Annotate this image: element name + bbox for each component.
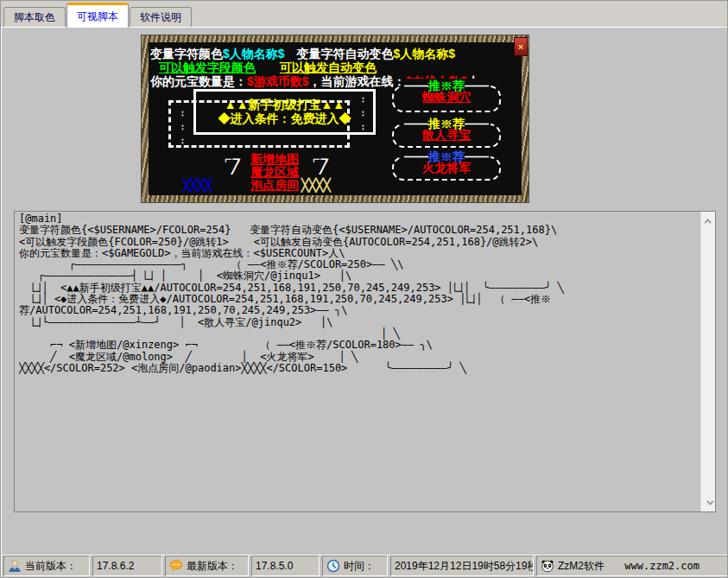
tab-script-color[interactable]: 脚本取色 xyxy=(3,7,66,28)
hook-mark: ⌐¬╱ xyxy=(225,155,240,170)
latest-version-cell: 最新版本： xyxy=(165,556,249,576)
idle-room-link[interactable]: 泡点房间 xyxy=(250,179,299,192)
new-map-link[interactable]: 新增地图 xyxy=(250,153,299,166)
tab-visual-script[interactable]: 可视脚本 xyxy=(66,3,129,28)
right-x-marks: ╳╳╳╳ xyxy=(301,179,331,192)
newbie-dungeon-title: ▲▲新手初级打宝▲▲ xyxy=(225,98,345,111)
treasure-hunt-button[interactable]: ——推※荐—— 散人寻宝 xyxy=(392,124,501,148)
brand-cell: ZzM2软件 www.zzm2.com xyxy=(536,556,728,576)
newbie-dungeon-button[interactable]: ▲▲新手初级打宝▲▲ ◆进入条件：免费进入◆ xyxy=(193,98,376,125)
hook-mark: ⌐¬╱ xyxy=(313,155,328,170)
dragon-area-link[interactable]: 魔龙区域 xyxy=(250,166,299,179)
scroll-down-icon[interactable] xyxy=(701,495,716,510)
current-version-cell: 当前版本： xyxy=(3,556,90,576)
brand-label: ZzM2软件 xyxy=(558,559,605,574)
scrollbar[interactable] xyxy=(700,212,715,511)
current-version-label: 当前版本： xyxy=(25,559,77,574)
latest-version-label: 最新版本： xyxy=(187,559,238,574)
username-var-yellow: $人物名称$ xyxy=(394,47,456,60)
trigger-field-color-link[interactable]: 可以触发字段颜色 xyxy=(159,61,256,74)
trigger-autocolor-link[interactable]: 可以触发自动变色 xyxy=(280,61,377,74)
time-cell: 时间： xyxy=(322,556,388,576)
time-label: 时间： xyxy=(344,559,375,574)
online-label: ，当前游戏在线： xyxy=(309,74,406,88)
game-dialog-preview: × 变量字符颜色$人物名称$变量字符自动变色$人物名称$ 可以触发字段颜色 可以… xyxy=(142,35,529,202)
clock-icon xyxy=(326,559,340,573)
preview-line-1: 变量字符颜色$人物名称$变量字符自动变色$人物名称$ xyxy=(150,48,455,60)
message-bubble-icon xyxy=(169,559,183,573)
dots-mark: ∶ xyxy=(181,124,184,132)
script-editor: [@main] 变量字符颜色{<$USERNAME>/FCOLOR=254} 变… xyxy=(14,211,716,512)
user-icon xyxy=(8,559,22,573)
gamegold-var: $游戏币数$ xyxy=(247,74,309,88)
left-x-marks: ╳╳╳╳ xyxy=(183,179,212,192)
dots-mark: ∶ xyxy=(181,110,184,118)
tab-software-info[interactable]: 软件说明 xyxy=(130,7,192,28)
preview-stage: 变量字符颜色$人物名称$变量字符自动变色$人物名称$ 可以触发字段颜色 可以触发… xyxy=(149,42,522,195)
var-color-label: 变量字符颜色 xyxy=(150,47,223,60)
website-text: www.zzm2.com xyxy=(624,560,724,572)
username-var-cyan: $人物名称$ xyxy=(223,47,285,60)
tab-bar: 脚本取色 可视脚本 软件说明 xyxy=(1,1,728,28)
script-text[interactable]: [@main] 变量字符颜色{<$USERNAME>/FCOLOR=254} 变… xyxy=(19,213,699,510)
spider-cave-label[interactable]: 蜘蛛洞穴 xyxy=(394,91,499,104)
close-icon[interactable]: × xyxy=(514,37,528,56)
spider-cave-button[interactable]: ——推※荐—— 蜘蛛洞穴 xyxy=(392,86,501,112)
current-version-value: 17.8.6.2 xyxy=(92,556,162,576)
gold-label: 你的元宝数量是： xyxy=(150,74,247,88)
treasure-hunt-label[interactable]: 散人寻宝 xyxy=(394,129,499,142)
status-bar: 当前版本： 17.8.6.2 最新版本： 17.8.5.0 时间： 2019年1… xyxy=(2,555,728,576)
time-value: 2019年12月12日19时58分19秒 xyxy=(390,556,534,576)
latest-version-value: 17.8.5.0 xyxy=(251,556,320,576)
fire-dragon-label: 火龙将军 xyxy=(394,162,499,175)
fire-dragon-button[interactable]: ——推※荐—— 火龙将军 xyxy=(392,156,501,181)
newbie-dungeon-condition: ◆进入条件：免费进入◆ xyxy=(218,111,351,125)
visual-script-page: × 变量字符颜色$人物名称$变量字符自动变色$人物名称$ 可以触发字段颜色 可以… xyxy=(1,27,728,578)
panda-logo-icon xyxy=(541,559,554,573)
scroll-up-icon[interactable] xyxy=(701,213,716,228)
dots-mark: ∶ xyxy=(181,137,184,146)
var-autocolor-label: 变量字符自动变色 xyxy=(297,47,394,60)
